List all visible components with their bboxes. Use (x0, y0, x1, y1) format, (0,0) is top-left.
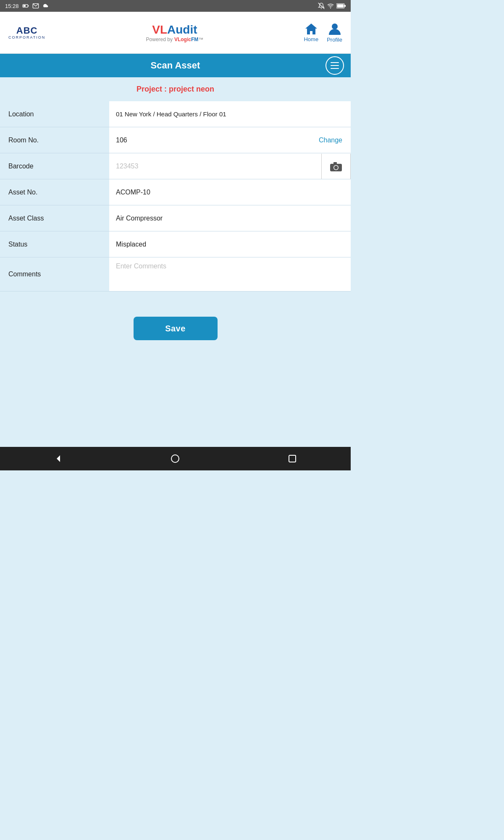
save-section: Save (0, 291, 351, 353)
room-no-value-area: 106 Change (109, 127, 351, 153)
corp-text: CORPORATION (8, 35, 45, 39)
page-title-bar: Scan Asset (0, 54, 351, 77)
battery-full-icon (336, 3, 346, 9)
asset-class-value: Air Compressor (109, 205, 351, 231)
app-header: ABC CORPORATION VLAudit Powered by VLogi… (0, 12, 351, 54)
vl-text: VL (152, 23, 167, 36)
circle-icon (170, 454, 180, 464)
project-label: Project : project neon (136, 85, 214, 93)
comments-value-area[interactable] (109, 257, 351, 291)
barcode-input[interactable] (116, 163, 315, 170)
svg-rect-7 (344, 5, 346, 7)
vlogicfm-text: VLogicFM™ (174, 37, 203, 42)
svg-rect-1 (28, 5, 29, 7)
project-banner: Project : project neon (0, 77, 351, 101)
hamburger-icon (331, 62, 339, 69)
form-area: Location 01 New York / Head Quarters / F… (0, 101, 351, 447)
status-bar-left: 15:28 (5, 3, 49, 9)
header-nav: Home Profile (304, 22, 342, 43)
asset-class-label: Asset Class (0, 205, 109, 231)
app-logo: VLAudit Powered by VLogicFM™ (146, 23, 204, 42)
asset-class-row: Asset Class Air Compressor (0, 205, 351, 231)
camera-icon (330, 161, 342, 172)
square-icon (288, 454, 297, 463)
mail-icon (32, 3, 39, 9)
home-icon (304, 23, 318, 35)
room-no-row: Room No. 106 Change (0, 127, 351, 153)
svg-point-12 (334, 165, 338, 169)
recent-apps-button[interactable] (280, 450, 305, 467)
home-nav[interactable]: Home (304, 23, 318, 42)
location-row: Location 01 New York / Head Quarters / F… (0, 101, 351, 127)
svg-point-9 (332, 24, 338, 29)
profile-nav[interactable]: Profile (327, 22, 342, 43)
home-button[interactable] (163, 450, 188, 467)
status-row: Status Misplaced (0, 231, 351, 257)
room-no-label: Room No. (0, 127, 109, 153)
status-bar: 15:28 (0, 0, 351, 12)
svg-marker-14 (57, 455, 60, 462)
comments-input[interactable] (116, 262, 344, 270)
audit-text: Audit (167, 23, 197, 36)
asset-no-value: ACOMP-10 (109, 179, 351, 205)
svg-rect-16 (289, 455, 296, 462)
status-value: Misplaced (109, 231, 351, 257)
barcode-row: Barcode (0, 153, 351, 179)
svg-rect-2 (23, 5, 25, 7)
app-title: VLAudit (146, 23, 204, 37)
bottom-nav (0, 447, 351, 470)
menu-button[interactable] (326, 56, 344, 75)
svg-rect-8 (337, 4, 344, 8)
room-no-value: 106 (109, 132, 310, 148)
home-label: Home (304, 36, 318, 42)
comments-row: Comments (0, 257, 351, 291)
asset-no-label: Asset No. (0, 179, 109, 205)
battery-icon (22, 3, 29, 9)
asset-no-row: Asset No. ACOMP-10 (0, 179, 351, 205)
status-time: 15:28 (5, 3, 19, 9)
camera-button[interactable] (321, 154, 351, 179)
powered-by: Powered by VLogicFM™ (146, 37, 204, 42)
bell-mute-icon (318, 3, 325, 9)
save-button[interactable]: Save (134, 317, 218, 340)
status-bar-right (318, 3, 346, 9)
comments-label: Comments (0, 257, 109, 291)
svg-rect-13 (333, 162, 337, 164)
change-button[interactable]: Change (310, 132, 351, 148)
barcode-label: Barcode (0, 153, 109, 179)
barcode-input-wrap[interactable] (109, 158, 321, 174)
abc-logo-text: ABC (16, 26, 38, 35)
location-label: Location (0, 101, 109, 127)
barcode-value-area (109, 153, 351, 179)
profile-label: Profile (327, 37, 342, 43)
page-title: Scan Asset (151, 60, 200, 71)
wifi-icon (327, 3, 334, 9)
svg-line-4 (318, 3, 325, 9)
back-button[interactable] (46, 450, 71, 467)
svg-point-15 (171, 455, 179, 462)
profile-icon (328, 22, 341, 36)
status-label: Status (0, 231, 109, 257)
back-icon (53, 454, 63, 464)
company-logo: ABC CORPORATION (8, 26, 45, 39)
location-value: 01 New York / Head Quarters / Floor 01 (109, 101, 351, 127)
cloud-icon (42, 3, 49, 9)
powered-by-label: Powered by (146, 37, 173, 42)
